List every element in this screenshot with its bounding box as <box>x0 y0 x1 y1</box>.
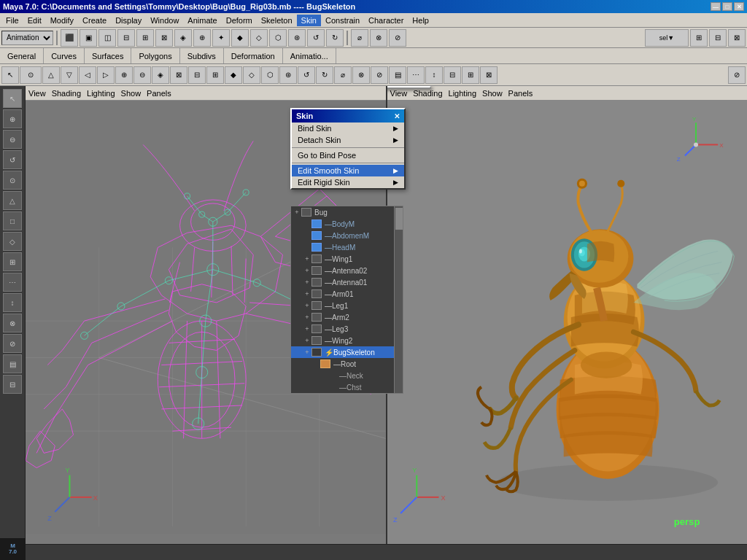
viewport-render[interactable]: View Shading Lighting Show Panels <box>387 86 748 544</box>
tree-item-leg3[interactable]: + —Leg3 <box>291 323 403 335</box>
close-button[interactable]: ✕ <box>734 2 744 11</box>
menu-animate[interactable]: Animate <box>183 15 221 26</box>
tab-surfaces[interactable]: Surfaces <box>85 48 131 63</box>
vm-r-shading[interactable]: Shading <box>413 89 442 98</box>
icon-tb2-16[interactable]: ⊛ <box>279 66 297 84</box>
tool-paint[interactable]: ⊖ <box>3 130 22 149</box>
icon-tb2-9[interactable]: ◈ <box>152 66 169 84</box>
menu-edit[interactable]: Edit <box>23 15 46 26</box>
tree-item-antenna02[interactable]: + —Antenna02 <box>291 265 403 276</box>
tree-item-abdomen[interactable]: —AbdomenM <box>291 230 403 241</box>
toolbar-icon-7[interactable]: ◈ <box>174 29 192 47</box>
icon-tb2-10[interactable]: ⊠ <box>170 66 187 84</box>
vm-r-lighting[interactable]: Lighting <box>449 89 477 98</box>
tree-item-arm01[interactable]: + —Arm01 <box>291 288 403 300</box>
toolbar-icon-2[interactable]: ▣ <box>80 29 97 47</box>
tree-item-leg1[interactable]: + —Leg1 <box>291 300 403 311</box>
tool-manip[interactable]: □ <box>3 211 22 230</box>
vm-panels[interactable]: Panels <box>147 89 171 98</box>
icon-tb2-24[interactable]: ↕ <box>425 66 443 84</box>
toolbar-icon-13[interactable]: ⊛ <box>288 29 306 47</box>
menu-modify[interactable]: Modify <box>46 15 78 26</box>
toolbar-icon-1[interactable]: ⬛ <box>61 29 78 47</box>
icon-tb2-13[interactable]: ◆ <box>225 66 242 84</box>
skin-detach-skin[interactable]: Detach Skin ▶ <box>292 134 404 146</box>
tool-joint[interactable]: ⊟ <box>3 375 22 394</box>
icon-tb2-5[interactable]: ◁ <box>79 66 96 84</box>
skin-go-to-bind-pose[interactable]: Go to Bind Pose <box>292 149 404 161</box>
outliner-scrollbar[interactable] <box>394 206 403 393</box>
icon-tb2-2[interactable]: ⊙ <box>20 66 42 84</box>
tree-item-root[interactable]: —Root <box>291 358 403 370</box>
toolbar-icon-10[interactable]: ◆ <box>231 29 249 47</box>
menu-file[interactable]: File <box>1 15 23 26</box>
icon-tb2-26[interactable]: ⊞ <box>462 66 479 84</box>
menu-character[interactable]: Character <box>364 15 408 26</box>
vm-show[interactable]: Show <box>121 89 142 98</box>
icon-tb2-11[interactable]: ⊟ <box>188 66 206 84</box>
menu-skin[interactable]: Skin <box>297 15 321 26</box>
icon-tb2-22[interactable]: ▤ <box>389 66 406 84</box>
tool-select[interactable]: ↖ <box>3 89 22 108</box>
tab-subdivs[interactable]: Subdivs <box>180 48 224 63</box>
tool-poly[interactable]: ▤ <box>3 354 22 373</box>
tab-animation[interactable]: Animatio... <box>283 48 336 63</box>
mode-dropdown[interactable]: Animation <box>1 31 53 45</box>
tool-soft[interactable]: ⊞ <box>3 252 22 271</box>
icon-tb2-20[interactable]: ⊗ <box>352 66 370 84</box>
skin-menu-close[interactable]: ✕ <box>394 112 400 120</box>
toolbar-icon-5[interactable]: ⊞ <box>136 29 154 47</box>
icon-tb2-1[interactable]: ↖ <box>1 66 19 84</box>
tree-item-bug[interactable]: + Bug <box>291 206 403 218</box>
tool-surface[interactable]: ⊘ <box>3 334 22 353</box>
tab-polygons[interactable]: Polygons <box>131 48 179 63</box>
vm-shading[interactable]: Shading <box>52 89 81 98</box>
tab-deformation[interactable]: Deformation <box>224 48 283 63</box>
toolbar-icon-11[interactable]: ◇ <box>250 29 268 47</box>
scrollbar-thumb[interactable] <box>395 208 403 230</box>
toolbar-icon-14[interactable]: ↺ <box>307 29 325 47</box>
tree-item-chst[interactable]: —Chst <box>291 381 403 393</box>
vm-lighting[interactable]: Lighting <box>87 89 115 98</box>
icon-tb2-4[interactable]: ▽ <box>61 66 78 84</box>
menu-create[interactable]: Create <box>78 15 111 26</box>
skin-bind-skin[interactable]: Bind Skin ▶ <box>292 122 404 134</box>
icon-tb2-25[interactable]: ⊟ <box>444 66 461 84</box>
tool-move[interactable]: ↺ <box>3 150 22 169</box>
menu-window[interactable]: Window <box>146 15 183 26</box>
minimize-button[interactable]: — <box>711 2 721 11</box>
toolbar-icon-extra3[interactable]: ⊠ <box>728 29 746 47</box>
tree-item-neck[interactable]: —Neck <box>291 370 403 381</box>
tab-curves[interactable]: Curves <box>44 48 85 63</box>
tab-general[interactable]: General <box>0 48 44 63</box>
icon-tb2-28[interactable]: ⊘ <box>728 66 746 84</box>
vm-r-view[interactable]: View <box>390 89 408 98</box>
icon-tb2-15[interactable]: ⬡ <box>261 66 279 84</box>
tree-item-arm2[interactable]: + —Arm2 <box>291 311 403 323</box>
toolbar-icon-6[interactable]: ⊠ <box>155 29 173 47</box>
tree-item-antenna01[interactable]: + —Antenna01 <box>291 276 403 288</box>
icon-tb2-21[interactable]: ⊘ <box>371 66 388 84</box>
toolbar-icon-9[interactable]: ✦ <box>212 29 230 47</box>
tree-item-headm[interactable]: —HeadM <box>291 241 403 253</box>
tool-curve[interactable]: ⊗ <box>3 314 22 332</box>
toolbar-icon-17[interactable]: ⊗ <box>370 29 387 47</box>
toolbar-icon-15[interactable]: ↻ <box>326 29 344 47</box>
tool-rotate[interactable]: ⊙ <box>3 171 22 190</box>
tree-item-wing1[interactable]: + —Wing1 <box>291 253 403 265</box>
toolbar-icon-extra1[interactable]: ⊞ <box>690 29 708 47</box>
toolbar-icon-12[interactable]: ⬡ <box>269 29 287 47</box>
vm-r-show[interactable]: Show <box>482 89 503 98</box>
skin-edit-smooth[interactable]: Edit Smooth Skin ▶ <box>292 165 404 176</box>
icon-tb2-19[interactable]: ⌀ <box>334 66 352 84</box>
tree-item-bodym[interactable]: —BodyM <box>291 218 403 230</box>
menu-deform[interactable]: Deform <box>222 15 257 26</box>
menu-skeleton[interactable]: Skeleton <box>257 15 297 26</box>
tool-lasso[interactable]: ⊕ <box>3 109 22 128</box>
vm-view[interactable]: View <box>28 89 46 98</box>
tool-hist[interactable]: ⋯ <box>3 273 22 292</box>
tool-key[interactable]: ↕ <box>3 293 22 312</box>
toolbar-icon-extra2[interactable]: ⊟ <box>709 29 727 47</box>
icon-tb2-12[interactable]: ⊞ <box>206 66 224 84</box>
tool-snap[interactable]: ◇ <box>3 232 22 251</box>
